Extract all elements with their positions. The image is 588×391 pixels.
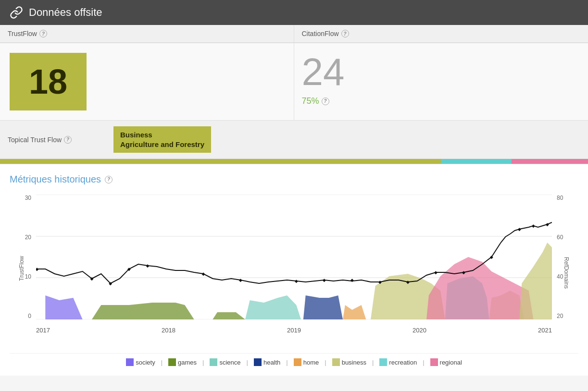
svg-rect-20: [202, 272, 205, 276]
y-axis-right-label: RefDomains: [563, 257, 570, 281]
topical-tag-line2: Agriculture and Forestry: [120, 140, 204, 148]
citationflow-value: 24: [302, 53, 345, 91]
legend-swatch-recreation: [379, 358, 387, 366]
trustflow-help-icon[interactable]: ?: [39, 30, 47, 37]
topical-label-text: Topical Trust Flow: [8, 136, 62, 144]
citationflow-percent-row: 75% ?: [302, 96, 329, 106]
legend-item-home: home: [294, 358, 319, 366]
citationflow-value-cell: 24 75% ?: [294, 43, 588, 120]
topical-label: Topical Trust Flow ?: [8, 136, 113, 144]
legend-swatch-home: [294, 358, 301, 366]
progress-bar-pink: [512, 159, 588, 164]
citationflow-percent: 75%: [302, 96, 319, 106]
legend-label-science: science: [219, 359, 240, 366]
trustflow-value-cell: 18: [0, 43, 294, 120]
trustflow-value: 18: [29, 62, 67, 101]
svg-rect-27: [434, 271, 438, 274]
legend-label-business: business: [342, 359, 366, 366]
x-tick-2020: 2020: [413, 327, 426, 334]
legend-item-science: science: [210, 358, 240, 366]
svg-rect-29: [490, 256, 493, 259]
historical-title-row: Métriques historiques ?: [10, 174, 578, 185]
page-title: Données offsite: [29, 6, 102, 19]
chart-svg: [36, 195, 552, 319]
svg-rect-21: [239, 279, 242, 282]
legend-sep-4: |: [286, 359, 288, 366]
progress-bar: [0, 159, 588, 164]
topical-section: Topical Trust Flow ? Business Agricultur…: [0, 120, 588, 159]
svg-rect-22: [295, 280, 298, 283]
svg-marker-9: [343, 305, 366, 319]
x-tick-2018: 2018: [162, 327, 175, 334]
svg-marker-5: [92, 303, 194, 319]
legend-label-regional: regional: [440, 359, 462, 366]
legend-sep-3: |: [247, 359, 248, 366]
page-header: Données offsite: [0, 0, 588, 25]
progress-bar-cyan: [441, 159, 512, 164]
historical-help-icon[interactable]: ?: [105, 176, 113, 183]
chart-legend: society | games | science | health | hom…: [10, 353, 578, 371]
topical-help-icon[interactable]: ?: [64, 136, 72, 144]
svg-marker-8: [303, 295, 343, 319]
svg-marker-4: [36, 295, 83, 319]
legend-label-recreation: recreation: [389, 359, 417, 366]
svg-rect-31: [532, 224, 535, 228]
legend-sep-6: |: [372, 359, 374, 366]
topical-tag-line1: Business: [120, 131, 152, 139]
trustflow-score-box: 18: [10, 53, 87, 110]
svg-rect-23: [323, 279, 326, 282]
legend-label-society: society: [136, 359, 155, 366]
x-axis: 2017 2018 2019 2020 2021: [36, 327, 552, 334]
legend-swatch-society: [126, 358, 134, 366]
svg-marker-6: [213, 312, 245, 319]
citationflow-label: CitationFlow: [302, 30, 339, 37]
metrics-labels-row: TrustFlow ? CitationFlow ?: [0, 25, 588, 43]
link-icon: [10, 6, 23, 19]
chart-area: [36, 195, 552, 319]
svg-rect-19: [146, 264, 150, 268]
legend-item-games: games: [168, 358, 197, 366]
x-tick-2019: 2019: [287, 327, 301, 334]
chart-container: TrustFlow 30 20 10 0: [10, 195, 578, 343]
legend-swatch-health: [254, 358, 262, 366]
legend-swatch-regional: [430, 358, 438, 366]
citationflow-percent-help-icon[interactable]: ?: [322, 98, 329, 105]
metrics-values-row: 18 24 75% ?: [0, 43, 588, 120]
legend-sep-2: |: [202, 359, 204, 366]
trustflow-label-cell: TrustFlow ?: [0, 25, 294, 43]
legend-swatch-business: [332, 358, 340, 366]
legend-swatch-games: [168, 358, 176, 366]
citationflow-help-icon[interactable]: ?: [341, 30, 349, 37]
legend-item-regional: regional: [430, 358, 462, 366]
progress-bar-olive: [0, 159, 441, 164]
legend-label-games: games: [178, 359, 197, 366]
svg-rect-24: [350, 279, 354, 282]
metrics-section: TrustFlow ? CitationFlow ? 18 24 75% ? T…: [0, 25, 588, 164]
trustflow-label: TrustFlow: [8, 30, 37, 37]
legend-item-health: health: [254, 358, 280, 366]
topical-tag: Business Agriculture and Forestry: [113, 126, 211, 153]
svg-rect-15: [36, 268, 38, 271]
y-axis-left: 30 20 10 0: [10, 195, 34, 319]
x-tick-2017: 2017: [36, 327, 50, 334]
x-tick-2021: 2021: [538, 327, 552, 334]
legend-item-business: business: [332, 358, 366, 366]
legend-item-society: society: [126, 358, 155, 366]
legend-label-health: health: [263, 359, 280, 366]
historical-title-text: Métriques historiques: [10, 174, 101, 185]
legend-sep-7: |: [423, 359, 424, 366]
legend-item-recreation: recreation: [379, 358, 417, 366]
legend-swatch-science: [210, 358, 217, 366]
svg-rect-30: [518, 228, 521, 231]
historical-section: Métriques historiques ? TrustFlow 30 20 …: [0, 164, 588, 376]
svg-marker-13: [426, 257, 533, 319]
legend-sep-5: |: [325, 359, 326, 366]
citationflow-label-cell: CitationFlow ?: [294, 25, 588, 43]
svg-marker-7: [245, 295, 301, 319]
svg-marker-14: [519, 243, 552, 319]
legend-label-home: home: [303, 359, 319, 366]
legend-sep-1: |: [161, 359, 163, 366]
